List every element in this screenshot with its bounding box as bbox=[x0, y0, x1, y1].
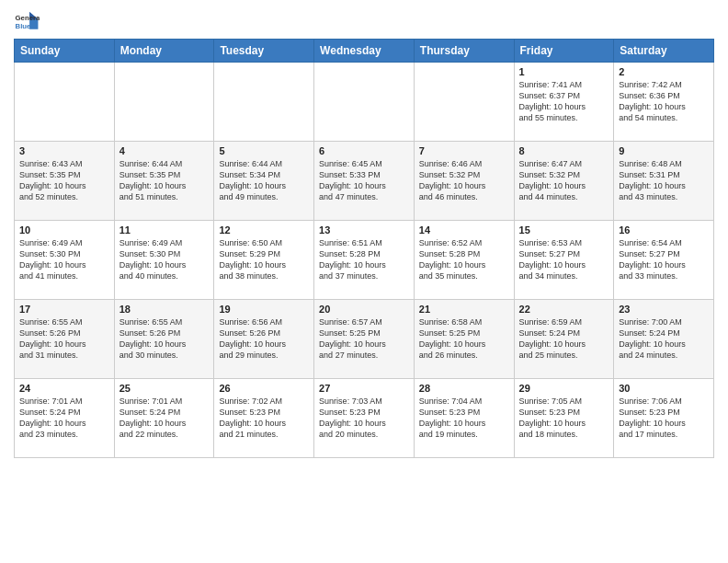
cell-info: Sunrise: 6:45 AM Sunset: 5:33 PM Dayligh… bbox=[319, 158, 409, 203]
calendar-cell: 27Sunrise: 7:03 AM Sunset: 5:23 PM Dayli… bbox=[314, 379, 415, 458]
cell-info: Sunrise: 7:00 AM Sunset: 5:24 PM Dayligh… bbox=[619, 316, 709, 362]
day-number: 19 bbox=[219, 304, 309, 315]
calendar-cell: 15Sunrise: 6:53 AM Sunset: 5:27 PM Dayli… bbox=[514, 221, 614, 300]
day-number: 10 bbox=[19, 224, 109, 236]
day-number: 14 bbox=[419, 224, 509, 236]
calendar-cell: 13Sunrise: 6:51 AM Sunset: 5:28 PM Dayli… bbox=[314, 221, 415, 300]
day-number: 18 bbox=[119, 304, 210, 315]
cell-info: Sunrise: 7:42 AM Sunset: 6:36 PM Dayligh… bbox=[619, 79, 709, 124]
weekday-header: Friday bbox=[514, 40, 614, 63]
calendar-cell: 9Sunrise: 6:48 AM Sunset: 5:31 PM Daylig… bbox=[614, 142, 714, 221]
day-number: 3 bbox=[19, 145, 109, 156]
calendar-cell: 26Sunrise: 7:02 AM Sunset: 5:23 PM Dayli… bbox=[214, 379, 314, 458]
cell-info: Sunrise: 6:49 AM Sunset: 5:30 PM Dayligh… bbox=[19, 237, 109, 282]
weekday-header: Tuesday bbox=[214, 40, 314, 63]
day-number: 12 bbox=[219, 224, 309, 236]
calendar-cell: 23Sunrise: 7:00 AM Sunset: 5:24 PM Dayli… bbox=[614, 300, 714, 379]
calendar-week-row: 1Sunrise: 7:41 AM Sunset: 6:37 PM Daylig… bbox=[15, 63, 714, 142]
calendar-table: SundayMondayTuesdayWednesdayThursdayFrid… bbox=[14, 39, 714, 458]
cell-info: Sunrise: 6:55 AM Sunset: 5:26 PM Dayligh… bbox=[19, 316, 109, 362]
calendar-header-row: SundayMondayTuesdayWednesdayThursdayFrid… bbox=[15, 40, 714, 63]
calendar-cell: 19Sunrise: 6:56 AM Sunset: 5:26 PM Dayli… bbox=[214, 300, 314, 379]
calendar-cell bbox=[214, 63, 314, 142]
cell-info: Sunrise: 6:55 AM Sunset: 5:26 PM Dayligh… bbox=[119, 316, 210, 362]
header: General Blue bbox=[14, 9, 714, 35]
day-number: 17 bbox=[19, 304, 109, 315]
cell-info: Sunrise: 6:58 AM Sunset: 5:25 PM Dayligh… bbox=[419, 316, 509, 362]
cell-info: Sunrise: 6:46 AM Sunset: 5:32 PM Dayligh… bbox=[419, 158, 509, 203]
day-number: 28 bbox=[419, 383, 509, 394]
calendar-cell: 1Sunrise: 7:41 AM Sunset: 6:37 PM Daylig… bbox=[514, 63, 614, 142]
cell-info: Sunrise: 6:44 AM Sunset: 5:35 PM Dayligh… bbox=[119, 158, 210, 203]
calendar-week-row: 24Sunrise: 7:01 AM Sunset: 5:24 PM Dayli… bbox=[15, 379, 714, 458]
cell-info: Sunrise: 6:56 AM Sunset: 5:26 PM Dayligh… bbox=[219, 316, 309, 362]
cell-info: Sunrise: 6:48 AM Sunset: 5:31 PM Dayligh… bbox=[619, 158, 709, 203]
calendar-cell: 21Sunrise: 6:58 AM Sunset: 5:25 PM Dayli… bbox=[414, 300, 514, 379]
calendar-cell: 24Sunrise: 7:01 AM Sunset: 5:24 PM Dayli… bbox=[15, 379, 115, 458]
cell-info: Sunrise: 7:41 AM Sunset: 6:37 PM Dayligh… bbox=[519, 79, 609, 124]
calendar-cell: 8Sunrise: 6:47 AM Sunset: 5:32 PM Daylig… bbox=[514, 142, 614, 221]
weekday-header: Saturday bbox=[614, 40, 714, 63]
cell-info: Sunrise: 6:57 AM Sunset: 5:25 PM Dayligh… bbox=[319, 316, 409, 362]
calendar-cell: 6Sunrise: 6:45 AM Sunset: 5:33 PM Daylig… bbox=[314, 142, 415, 221]
day-number: 6 bbox=[319, 145, 409, 156]
svg-text:General: General bbox=[16, 14, 40, 22]
calendar-cell: 12Sunrise: 6:50 AM Sunset: 5:29 PM Dayli… bbox=[214, 221, 314, 300]
logo-icon: General Blue bbox=[14, 9, 40, 35]
weekday-header: Thursday bbox=[414, 40, 514, 63]
calendar-cell: 7Sunrise: 6:46 AM Sunset: 5:32 PM Daylig… bbox=[414, 142, 514, 221]
calendar-cell: 25Sunrise: 7:01 AM Sunset: 5:24 PM Dayli… bbox=[114, 379, 214, 458]
day-number: 20 bbox=[319, 304, 409, 315]
calendar-week-row: 10Sunrise: 6:49 AM Sunset: 5:30 PM Dayli… bbox=[15, 221, 714, 300]
cell-info: Sunrise: 6:51 AM Sunset: 5:28 PM Dayligh… bbox=[319, 237, 409, 282]
weekday-header: Sunday bbox=[15, 40, 115, 63]
day-number: 27 bbox=[319, 383, 409, 394]
cell-info: Sunrise: 6:52 AM Sunset: 5:28 PM Dayligh… bbox=[419, 237, 509, 282]
day-number: 9 bbox=[619, 145, 709, 156]
calendar-cell: 20Sunrise: 6:57 AM Sunset: 5:25 PM Dayli… bbox=[314, 300, 415, 379]
calendar-cell: 29Sunrise: 7:05 AM Sunset: 5:23 PM Dayli… bbox=[514, 379, 614, 458]
cell-info: Sunrise: 6:53 AM Sunset: 5:27 PM Dayligh… bbox=[519, 237, 609, 282]
day-number: 30 bbox=[619, 383, 709, 394]
calendar-cell: 4Sunrise: 6:44 AM Sunset: 5:35 PM Daylig… bbox=[114, 142, 214, 221]
calendar-cell: 17Sunrise: 6:55 AM Sunset: 5:26 PM Dayli… bbox=[15, 300, 115, 379]
calendar-cell: 16Sunrise: 6:54 AM Sunset: 5:27 PM Dayli… bbox=[614, 221, 714, 300]
calendar-cell: 3Sunrise: 6:43 AM Sunset: 5:35 PM Daylig… bbox=[15, 142, 115, 221]
cell-info: Sunrise: 6:44 AM Sunset: 5:34 PM Dayligh… bbox=[219, 158, 309, 203]
calendar-cell: 2Sunrise: 7:42 AM Sunset: 6:36 PM Daylig… bbox=[614, 63, 714, 142]
weekday-header: Monday bbox=[114, 40, 214, 63]
cell-info: Sunrise: 7:01 AM Sunset: 5:24 PM Dayligh… bbox=[19, 396, 109, 441]
cell-info: Sunrise: 7:02 AM Sunset: 5:23 PM Dayligh… bbox=[219, 396, 309, 441]
calendar-cell: 14Sunrise: 6:52 AM Sunset: 5:28 PM Dayli… bbox=[414, 221, 514, 300]
day-number: 24 bbox=[19, 383, 109, 394]
day-number: 21 bbox=[419, 304, 509, 315]
day-number: 23 bbox=[619, 304, 709, 315]
calendar-cell: 30Sunrise: 7:06 AM Sunset: 5:23 PM Dayli… bbox=[614, 379, 714, 458]
calendar-cell: 5Sunrise: 6:44 AM Sunset: 5:34 PM Daylig… bbox=[214, 142, 314, 221]
cell-info: Sunrise: 7:05 AM Sunset: 5:23 PM Dayligh… bbox=[519, 396, 609, 441]
day-number: 29 bbox=[519, 383, 609, 394]
day-number: 2 bbox=[619, 66, 709, 77]
calendar-cell: 10Sunrise: 6:49 AM Sunset: 5:30 PM Dayli… bbox=[15, 221, 115, 300]
day-number: 1 bbox=[519, 66, 609, 77]
calendar-cell: 28Sunrise: 7:04 AM Sunset: 5:23 PM Dayli… bbox=[414, 379, 514, 458]
cell-info: Sunrise: 6:49 AM Sunset: 5:30 PM Dayligh… bbox=[119, 237, 210, 282]
calendar-cell: 18Sunrise: 6:55 AM Sunset: 5:26 PM Dayli… bbox=[114, 300, 214, 379]
cell-info: Sunrise: 7:04 AM Sunset: 5:23 PM Dayligh… bbox=[419, 396, 509, 441]
calendar-cell bbox=[414, 63, 514, 142]
day-number: 16 bbox=[619, 224, 709, 236]
cell-info: Sunrise: 6:47 AM Sunset: 5:32 PM Dayligh… bbox=[519, 158, 609, 203]
day-number: 13 bbox=[319, 224, 409, 236]
day-number: 25 bbox=[119, 383, 210, 394]
day-number: 7 bbox=[419, 145, 509, 156]
page-container: General Blue SundayMondayTuesdayWednesda… bbox=[0, 0, 728, 467]
cell-info: Sunrise: 6:50 AM Sunset: 5:29 PM Dayligh… bbox=[219, 237, 309, 282]
day-number: 8 bbox=[519, 145, 609, 156]
weekday-header: Wednesday bbox=[314, 40, 415, 63]
calendar-cell bbox=[314, 63, 415, 142]
day-number: 4 bbox=[119, 145, 210, 156]
cell-info: Sunrise: 7:06 AM Sunset: 5:23 PM Dayligh… bbox=[619, 396, 709, 441]
logo: General Blue bbox=[14, 9, 40, 35]
day-number: 15 bbox=[519, 224, 609, 236]
calendar-cell: 22Sunrise: 6:59 AM Sunset: 5:24 PM Dayli… bbox=[514, 300, 614, 379]
